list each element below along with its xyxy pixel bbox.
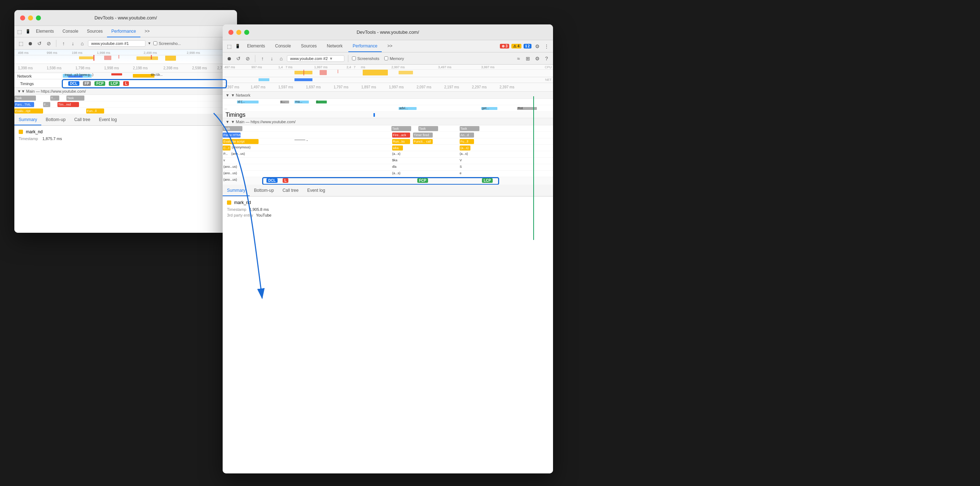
parse-bar-1: Pars...TML <box>14 102 34 107</box>
clear-icon-1[interactable]: ⊘ <box>45 40 52 47</box>
warn-count-2: ⚠ 4 <box>511 44 521 48</box>
timestamp-row-1: Timestamp 1,875.7 ms <box>19 137 233 141</box>
minimize-button-2[interactable] <box>236 30 241 35</box>
flame-row-task-2: Task Task Task Task <box>223 125 553 132</box>
dla-label-2: dla <box>392 165 396 169</box>
memory-input-2[interactable] <box>384 56 388 61</box>
tab-console-2[interactable]: Console <box>271 41 295 52</box>
net-item: Input...p3 (www.g...) <box>65 73 93 76</box>
close-button-1[interactable] <box>20 16 25 21</box>
dock-icon-1[interactable]: ⬚ <box>17 40 24 47</box>
settings-gear-icon-2[interactable]: ⚙ <box>534 55 541 62</box>
home-icon-1[interactable]: ⌂ <box>79 40 86 47</box>
clear-icon-2[interactable]: ⊘ <box>244 55 251 62</box>
download-icon-2[interactable]: ↓ <box>268 55 275 62</box>
overview-chart-1: 498 ms 998 ms 198 ms 1,998 ms 2,498 ms 2… <box>14 49 237 64</box>
settings-icon-2[interactable]: ⚙ <box>534 43 541 50</box>
upload-icon-2[interactable]: ↑ <box>259 55 266 62</box>
reload-icon-1[interactable]: ↺ <box>36 40 43 47</box>
mobile-icon-2[interactable]: 📱 <box>234 43 241 50</box>
tab-calltree-1[interactable]: Call tree <box>70 114 95 125</box>
tab-calltree-2[interactable]: Call tree <box>278 185 303 196</box>
memory-check-2[interactable]: Memory <box>384 56 404 61</box>
cpu-overview-2: CPU 497 ms 997 ms 1,4 7 ms 1,997 ms 2,4 … <box>223 65 553 77</box>
help-icon-2[interactable]: ? <box>543 55 550 62</box>
net-l-label: l... <box>317 100 320 104</box>
tab-bottomup-1[interactable]: Bottom-up <box>41 114 70 125</box>
maximize-button-2[interactable] <box>244 30 249 35</box>
flame-row-parse-1: Pars...TML F... Tim...red <box>14 101 237 108</box>
screenshots-input-2[interactable] <box>352 56 356 61</box>
lcp-badge-1: LCP <box>109 81 119 86</box>
tab-eventlog-2[interactable]: Event log <box>303 185 329 196</box>
maximize-button-1[interactable] <box>36 16 41 21</box>
download-icon-1[interactable]: ↓ <box>69 40 76 47</box>
timestamp-value-1: 1,875.7 ms <box>42 137 62 141</box>
network-conditions-icon-2[interactable]: ≈ <box>515 55 522 62</box>
tab-elements-2[interactable]: Elements <box>243 41 269 52</box>
record-icon-2[interactable]: ⏺ <box>226 55 233 62</box>
upload-icon-1[interactable]: ↑ <box>60 40 67 47</box>
divider-2a <box>255 55 255 62</box>
net-id-label: id (... <box>238 100 245 104</box>
screenshots-check-2[interactable]: Screenshots <box>352 56 379 61</box>
cpu-chart-2 <box>223 70 553 76</box>
panel-icon-1[interactable]: ⬚ <box>16 28 23 35</box>
ruler-tick: 2,198 ms <box>133 66 148 70</box>
titlebar-2: DevTools - www.youtube.com/ <box>223 24 553 40</box>
tab-bottomup-2[interactable]: Bottom-up <box>250 185 278 196</box>
record-icon-1[interactable]: ⏺ <box>27 40 34 47</box>
flame-row-timings-2: (ano...us) DCL L FCP LCP <box>223 177 553 185</box>
triangle-main-2: ▼ <box>226 120 229 124</box>
fcp-badge-2: FCP <box>417 178 428 183</box>
ruler-tick: 2,598 ms <box>192 66 207 70</box>
ska-label-2: $ka <box>392 158 398 162</box>
flame-row-ct-2: C...t (anonymous) wka (a...s) <box>223 145 553 151</box>
url-dropdown-2[interactable]: ▼ <box>329 56 333 61</box>
tab-network-2[interactable]: Network <box>323 41 347 52</box>
window-buttons-1 <box>20 16 41 21</box>
tab-eventlog-1[interactable]: Event log <box>94 114 121 125</box>
divider-2b <box>348 55 348 62</box>
main-header-1: ▼ ▼ Main — https://www.youtube.com/ <box>14 88 237 95</box>
tab-more-2[interactable]: >> <box>383 41 397 52</box>
more-icon-2[interactable]: ⋮ <box>543 43 550 50</box>
net-overview-2: NET <box>223 77 553 83</box>
tab-summary-1[interactable]: Summary <box>14 114 41 125</box>
tab-more-1[interactable]: >> <box>140 26 154 37</box>
tab-performance-2[interactable]: Performance <box>348 41 382 52</box>
close-button-2[interactable] <box>228 30 234 35</box>
tab-bar-1: ⬚ 📱 Elements Console Sources Performance… <box>14 26 237 37</box>
url-display-2[interactable]: www.youtube.com #2 ▼ <box>287 55 344 62</box>
tab-summary-2[interactable]: Summary <box>223 185 250 196</box>
tab-elements-1[interactable]: Elements <box>32 26 58 37</box>
ruler-tick: 1,998 ms <box>97 51 110 54</box>
dropdown-arrow-1[interactable]: ▼ <box>148 41 151 45</box>
ruler-1: 498 ms 998 ms 198 ms 1,998 ms 2,498 ms 2… <box>14 50 237 55</box>
as-label-ano2: (a...s) <box>392 171 400 175</box>
url-input-1[interactable]: www.youtube.com #1 <box>88 40 145 47</box>
tab-console-1[interactable]: Console <box>58 26 83 37</box>
url-text-2: www.youtube.com #2 <box>290 56 328 61</box>
perf-insights-icon-2[interactable]: ⊞ <box>524 55 531 62</box>
tab-sources-1[interactable]: Sources <box>83 26 107 37</box>
green-cursor-line-2 <box>533 96 534 240</box>
home-icon-2[interactable]: ⌂ <box>278 55 285 62</box>
main-label-1: ▼ Main — https://www.youtube.com/ <box>21 89 86 93</box>
bottom-tabs-2: Summary Bottom-up Call tree Event log <box>223 185 553 196</box>
reload-icon-2[interactable]: ↺ <box>235 55 242 62</box>
screenshot-checkbox-1[interactable]: Screensho... <box>153 41 181 46</box>
tab-sources-2[interactable]: Sources <box>297 41 321 52</box>
tab-performance-1[interactable]: Performance <box>107 26 140 37</box>
screenshot-check-1[interactable] <box>153 41 157 45</box>
functi-bar-2: Functi... call <box>413 139 433 144</box>
timestamp-row-2: Timestamp 1,905.8 ms <box>227 207 549 212</box>
p-label-2: P... <box>223 152 228 156</box>
tim-bar-1: Tim...red <box>57 102 79 107</box>
mobile-icon-1[interactable]: 📱 <box>24 28 32 35</box>
net-ma-label: ma... <box>295 100 302 104</box>
toolbar-left-2: ⬚ 📱 Elements Console Sources Network Per… <box>226 41 397 52</box>
dock-icon-2[interactable]: ⬚ <box>226 43 233 50</box>
mark-label-2: mark_nd <box>234 200 251 205</box>
minimize-button-1[interactable] <box>28 16 33 21</box>
